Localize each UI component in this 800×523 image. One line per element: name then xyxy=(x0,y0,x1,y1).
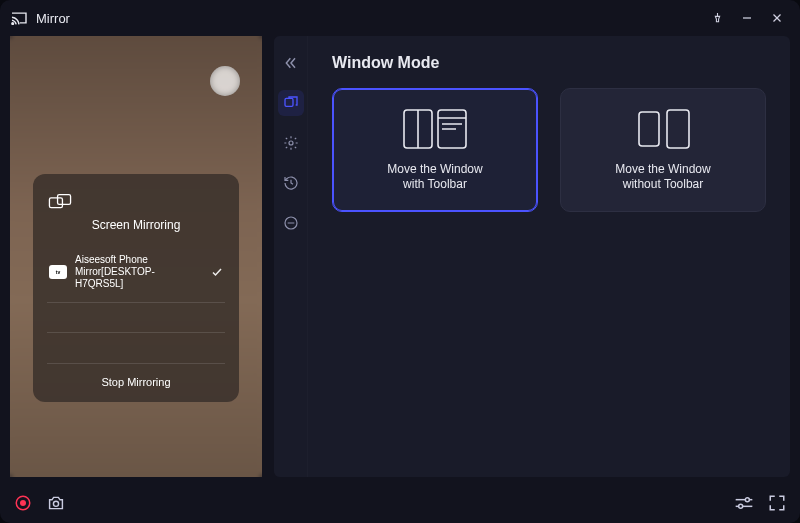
window-with-toolbar-icon xyxy=(402,108,468,150)
history-tab[interactable] xyxy=(278,170,304,196)
svg-point-21 xyxy=(20,500,26,506)
svg-point-26 xyxy=(739,504,743,508)
svg-point-0 xyxy=(12,23,14,25)
settings-panel: Window Mode xyxy=(274,36,790,477)
panel-heading: Window Mode xyxy=(332,54,766,72)
mode-title-line: without Toolbar xyxy=(623,177,704,191)
pin-button[interactable] xyxy=(704,5,730,31)
record-button[interactable] xyxy=(14,494,32,512)
app-window: Mirror xyxy=(0,0,800,523)
window-mode-tab[interactable] xyxy=(278,90,304,116)
mode-card-title: Move the Window without Toolbar xyxy=(615,162,710,192)
more-tab[interactable] xyxy=(278,210,304,236)
svg-rect-19 xyxy=(667,110,689,148)
app-body: Screen Mirroring tv Aiseesoft Phone Mirr… xyxy=(0,36,800,483)
window-mode-without-toolbar[interactable]: Move the Window without Toolbar xyxy=(560,88,766,212)
check-icon xyxy=(211,266,223,278)
svg-point-24 xyxy=(745,498,749,502)
window-mode-with-toolbar[interactable]: Move the Window with Toolbar xyxy=(332,88,538,212)
svg-rect-5 xyxy=(58,194,71,204)
svg-point-22 xyxy=(53,501,58,506)
window-without-toolbar-icon xyxy=(635,108,691,150)
window-mode-options: Move the Window with Toolbar Move xyxy=(332,88,766,212)
camera-dot xyxy=(210,66,240,96)
svg-rect-18 xyxy=(639,112,659,146)
phone-preview-column: Screen Mirroring tv Aiseesoft Phone Mirr… xyxy=(10,36,262,477)
settings-content: Window Mode xyxy=(308,36,790,477)
side-rail xyxy=(274,36,308,477)
mirror-empty-row xyxy=(47,333,225,363)
mirror-device-row[interactable]: tv Aiseesoft Phone Mirror[DESKTOP-H7QRS5… xyxy=(47,250,225,303)
app-title-group: Mirror xyxy=(10,11,70,26)
screen-mirroring-icon xyxy=(47,192,225,212)
mirror-empty-row xyxy=(47,303,225,333)
fullscreen-button[interactable] xyxy=(768,494,786,512)
svg-text:tv: tv xyxy=(56,269,61,275)
mirror-overlay-heading: Screen Mirroring xyxy=(47,218,225,232)
titlebar: Mirror xyxy=(0,0,800,36)
settings-tab[interactable] xyxy=(278,130,304,156)
mode-title-line: Move the Window xyxy=(615,162,710,176)
adjust-button[interactable] xyxy=(734,496,754,510)
svg-rect-4 xyxy=(49,197,62,207)
minimize-button[interactable] xyxy=(734,5,760,31)
mode-title-line: with Toolbar xyxy=(403,177,467,191)
mirror-device-name: Aiseesoft Phone Mirror[DESKTOP-H7QRS5L] xyxy=(75,254,203,290)
svg-point-9 xyxy=(289,141,293,145)
screenshot-button[interactable] xyxy=(46,495,66,511)
appletv-badge-icon: tv xyxy=(49,265,67,279)
cast-icon xyxy=(10,11,28,25)
mode-card-title: Move the Window with Toolbar xyxy=(387,162,482,192)
phone-preview: Screen Mirroring tv Aiseesoft Phone Mirr… xyxy=(10,36,262,477)
collapse-rail-button[interactable] xyxy=(278,50,304,76)
close-button[interactable] xyxy=(764,5,790,31)
stop-mirroring-button[interactable]: Stop Mirroring xyxy=(47,364,225,402)
mirror-overlay-card: Screen Mirroring tv Aiseesoft Phone Mirr… xyxy=(33,174,239,402)
app-title: Mirror xyxy=(36,11,70,26)
svg-rect-8 xyxy=(285,98,293,106)
footer-bar xyxy=(0,483,800,523)
mode-title-line: Move the Window xyxy=(387,162,482,176)
